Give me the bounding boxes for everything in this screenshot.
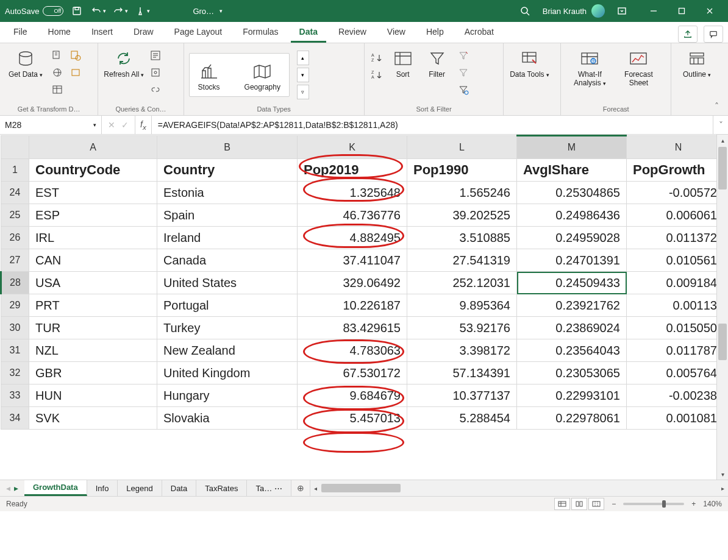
cell[interactable]: 5.288454 [407,407,517,430]
existing-connections-icon[interactable] [68,65,83,80]
autosave-control[interactable]: AutoSave Off [5,6,63,16]
cell[interactable]: CountryCode [29,159,157,182]
cell[interactable]: PopGrowth [627,159,729,182]
tab-file[interactable]: File [5,23,36,43]
new-sheet-icon[interactable]: ⊕ [291,480,310,496]
row-header[interactable]: 25 [1,204,29,227]
sort-desc-icon[interactable]: ZA [369,68,384,82]
cell[interactable]: 1.325648 [298,182,407,204]
data-types-down[interactable]: ▾ [297,68,309,82]
sheet-nav-next-icon[interactable]: ▸ [14,483,18,493]
data-tools-button[interactable]: Data Tools▾ [509,46,550,79]
filter-button[interactable]: Filter [422,46,452,79]
zoom-slider[interactable] [623,503,684,505]
cell[interactable]: 0.0150506 [627,317,729,339]
sheet-tab[interactable]: Data [162,480,196,496]
cell[interactable]: 3.398172 [407,339,517,362]
from-text-icon[interactable] [50,48,65,63]
spreadsheet-grid[interactable]: A B K L M N 1 CountryCode Country Pop201… [0,135,728,480]
from-table-icon[interactable] [50,82,65,97]
comments-icon[interactable] [704,26,723,43]
cell[interactable]: 0.001133 [627,294,729,317]
row-header[interactable]: 24 [1,182,29,204]
data-types-up[interactable]: ▴ [297,51,309,65]
tab-review[interactable]: Review [330,23,375,43]
page-break-view-icon[interactable] [588,498,604,510]
col-header-B[interactable]: B [157,136,298,159]
cell[interactable]: 0.0113720 [627,227,729,249]
cell[interactable]: Pop2019 [298,159,407,182]
autosave-toggle[interactable]: Off [43,6,63,16]
row-header[interactable]: 34 [1,407,29,430]
outline-button[interactable]: Outline▾ [676,46,718,79]
cell[interactable]: 53.92176 [407,317,517,339]
queries-icon[interactable] [148,48,163,63]
cell[interactable]: PRT [29,294,157,317]
horizontal-scrollbar[interactable]: ◂ ▸ [310,480,728,496]
row-header[interactable]: 27 [1,249,29,272]
cell[interactable]: AvgIShare [517,159,627,182]
cell[interactable]: -0.002381 [627,385,729,407]
cell[interactable]: ESP [29,204,157,227]
save-icon[interactable] [68,2,85,19]
sheet-nav-prev-icon[interactable]: ◂ [6,483,10,493]
cell[interactable]: CAN [29,249,157,272]
cell[interactable]: Estonia [157,182,298,204]
cell[interactable]: 0.24986436 [517,204,627,227]
chevron-down-icon[interactable]: ▾ [219,8,223,14]
ribbon-display-icon[interactable] [613,2,630,19]
tab-home[interactable]: Home [40,23,79,43]
collapse-ribbon-icon[interactable]: ˄ [710,101,723,112]
sheet-tab[interactable]: Legend [118,480,162,496]
sheet-tab[interactable]: Ta… ⋯ [247,480,291,496]
sheet-tab[interactable]: GrowthData [24,480,87,496]
cell[interactable]: 57.134391 [407,362,517,385]
cell[interactable]: -0.005729 [627,182,729,204]
cell[interactable]: EST [29,182,157,204]
search-icon[interactable] [516,3,534,19]
cell[interactable]: IRL [29,227,157,249]
cell[interactable]: 67.530172 [298,362,407,385]
row-header[interactable]: 29 [1,294,29,317]
scroll-down-icon[interactable]: ▾ [717,469,728,480]
recent-sources-icon[interactable] [68,48,83,63]
col-header-M[interactable]: M [517,136,627,159]
cell[interactable]: 0.0060617 [627,204,729,227]
cell[interactable]: Canada [157,249,298,272]
col-header-L[interactable]: L [407,136,517,159]
cell[interactable]: 27.541319 [407,249,517,272]
touch-mode-icon[interactable]: ▾ [134,2,151,19]
cell[interactable]: 0.23564043 [517,339,627,362]
cell[interactable]: 252.12031 [407,272,517,294]
cancel-formula-icon[interactable]: ✕ [108,120,115,130]
cell[interactable]: 0.25304865 [517,182,627,204]
cell[interactable]: 83.429615 [298,317,407,339]
cell[interactable]: 0.24959028 [517,227,627,249]
row-header[interactable]: 33 [1,385,29,407]
cell[interactable]: 1.565246 [407,182,517,204]
scroll-thumb[interactable] [718,147,727,190]
cell[interactable]: 329.06492 [298,272,407,294]
cell[interactable]: Pop1990 [407,159,517,182]
row-header[interactable]: 30 [1,317,29,339]
cell[interactable]: 3.510885 [407,227,517,249]
cell[interactable]: 4.882495 [298,227,407,249]
cell[interactable]: 0.23869024 [517,317,627,339]
cell[interactable]: 4.783063 [298,339,407,362]
col-header-K[interactable]: K [298,136,407,159]
cell[interactable]: 37.411047 [298,249,407,272]
tab-draw[interactable]: Draw [125,23,162,43]
stocks-button[interactable]: Stocks [198,58,220,92]
cell[interactable]: NZL [29,339,157,362]
scroll-left-icon[interactable]: ◂ [310,485,321,492]
cell[interactable]: 0.0057644 [627,362,729,385]
minimize-icon[interactable] [640,2,667,19]
expand-formula-bar-icon[interactable]: ˅ [713,116,728,134]
cell[interactable]: Slovakia [157,407,298,430]
cell[interactable]: 9.895364 [407,294,517,317]
cell[interactable]: 10.226187 [298,294,407,317]
row-header[interactable]: 28 [1,272,29,294]
sort-button[interactable]: Sort [388,46,418,79]
tab-page-layout[interactable]: Page Layout [166,23,231,43]
scroll-up-icon[interactable]: ▴ [717,135,728,146]
